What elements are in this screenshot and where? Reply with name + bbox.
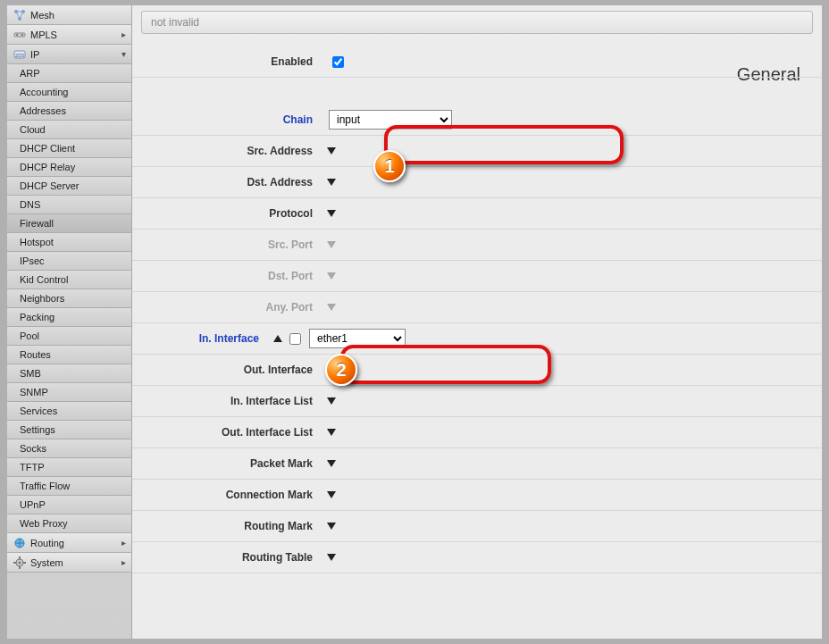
- label-enabled: Enabled: [132, 55, 325, 68]
- sidebar-item-mesh[interactable]: Mesh: [7, 5, 131, 25]
- collapse-toggle-icon[interactable]: [273, 335, 282, 342]
- expand-toggle-icon[interactable]: [327, 491, 336, 498]
- firewall-rule-form: Enabled Chain input Src. Address Dst. Ad…: [132, 46, 822, 639]
- sidebar-item-dhcp-server[interactable]: DHCP Server: [7, 177, 131, 196]
- expand-toggle-icon[interactable]: [327, 397, 336, 405]
- svg-text:255: 255: [15, 53, 25, 58]
- row-dst-address: Dst. Address: [132, 167, 822, 198]
- row-out-interface-list: Out. Interface List: [132, 417, 822, 448]
- submenu-label: Kid Control: [20, 274, 68, 285]
- expand-toggle-icon: [327, 241, 336, 248]
- expand-toggle-icon: [327, 272, 336, 280]
- sidebar-item-arp[interactable]: ARP: [7, 64, 131, 83]
- spacer-row: [132, 78, 822, 105]
- sidebar: Mesh MPLS ▸ 255 IP ▾ ARP Accounting Addr…: [7, 5, 132, 639]
- row-in-interface: In. Interface ether1: [132, 323, 822, 355]
- sidebar-label-ip: IP: [30, 49, 39, 60]
- submenu-label: Pool: [20, 330, 39, 341]
- submenu-label: SNMP: [20, 387, 48, 397]
- row-protocol: Protocol: [132, 198, 822, 230]
- submenu-label: Routes: [20, 349, 51, 360]
- submenu-label: Settings: [20, 424, 55, 435]
- row-in-interface-list: In. Interface List: [132, 386, 822, 417]
- submenu-label: DHCP Client: [20, 143, 75, 154]
- sidebar-item-settings[interactable]: Settings: [7, 421, 131, 439]
- label-src-address: Src. Address: [132, 145, 325, 157]
- sidebar-item-kid-control[interactable]: Kid Control: [7, 271, 131, 289]
- sidebar-item-socks[interactable]: Socks: [7, 439, 131, 458]
- expand-toggle-icon[interactable]: [327, 147, 336, 155]
- label-out-interface-list: Out. Interface List: [132, 426, 325, 439]
- row-out-interface: Out. Interface: [132, 355, 822, 386]
- sidebar-item-upnp[interactable]: UPnP: [7, 496, 131, 514]
- submenu-label: Services: [20, 406, 57, 416]
- expand-toggle-icon[interactable]: [327, 554, 336, 561]
- label-packet-mark: Packet Mark: [132, 457, 325, 470]
- sidebar-item-pool[interactable]: Pool: [7, 327, 131, 346]
- submenu-label: IPsec: [20, 255, 45, 266]
- sidebar-item-hotspot[interactable]: Hotspot: [7, 233, 131, 252]
- sidebar-item-services[interactable]: Services: [7, 402, 131, 421]
- sidebar-item-dhcp-client[interactable]: DHCP Client: [7, 139, 131, 158]
- sidebar-item-ip[interactable]: 255 IP ▾: [7, 45, 131, 64]
- label-routing-mark: Routing Mark: [132, 520, 325, 532]
- sidebar-item-dns[interactable]: DNS: [7, 196, 131, 214]
- sidebar-item-smb[interactable]: SMB: [7, 364, 131, 383]
- submenu-label: Accounting: [20, 87, 68, 97]
- row-dst-port: Dst. Port: [132, 261, 822, 292]
- svg-point-4: [16, 34, 18, 36]
- mpls-icon: [13, 28, 27, 42]
- checkbox-in-interface-negate[interactable]: [289, 333, 301, 345]
- select-in-interface[interactable]: ether1: [309, 329, 406, 348]
- sidebar-item-dhcp-relay[interactable]: DHCP Relay: [7, 158, 131, 177]
- sidebar-label-routing: Routing: [30, 538, 64, 548]
- sidebar-item-traffic-flow[interactable]: Traffic Flow: [7, 477, 131, 496]
- submenu-label: UPnP: [20, 499, 46, 510]
- ip-icon: 255: [13, 47, 27, 62]
- label-protocol: Protocol: [132, 207, 325, 220]
- expand-toggle-icon[interactable]: [327, 460, 336, 467]
- sidebar-item-packing[interactable]: Packing: [7, 308, 131, 327]
- sidebar-item-addresses[interactable]: Addresses: [7, 102, 131, 121]
- sidebar-item-snmp[interactable]: SNMP: [7, 383, 131, 402]
- row-connection-mark: Connection Mark: [132, 480, 822, 511]
- sidebar-item-accounting[interactable]: Accounting: [7, 83, 131, 102]
- submenu-label: Traffic Flow: [20, 481, 70, 491]
- label-in-interface: In. Interface: [132, 332, 272, 345]
- sidebar-item-firewall[interactable]: Firewall: [7, 214, 131, 233]
- checkbox-enabled[interactable]: [332, 56, 344, 68]
- label-in-interface-list: In. Interface List: [132, 395, 325, 407]
- label-dst-port: Dst. Port: [132, 270, 325, 282]
- chevron-down-icon: ▾: [121, 49, 126, 59]
- expand-toggle-icon[interactable]: [327, 210, 336, 217]
- expand-toggle-icon: [327, 304, 336, 311]
- sidebar-item-web-proxy[interactable]: Web Proxy: [7, 514, 131, 533]
- expand-toggle-icon[interactable]: [327, 366, 336, 373]
- sidebar-item-ipsec[interactable]: IPsec: [7, 252, 131, 271]
- chevron-right-icon: ▸: [121, 538, 126, 548]
- label-out-interface: Out. Interface: [132, 364, 325, 376]
- sidebar-item-system[interactable]: System ▸: [7, 553, 131, 573]
- select-chain[interactable]: input: [329, 110, 452, 130]
- label-chain: Chain: [132, 113, 325, 126]
- sidebar-item-routes[interactable]: Routes: [7, 346, 131, 364]
- expand-toggle-icon[interactable]: [327, 179, 336, 186]
- expand-toggle-icon[interactable]: [327, 523, 336, 530]
- submenu-label: DNS: [20, 199, 40, 210]
- sidebar-item-cloud[interactable]: Cloud: [7, 121, 131, 139]
- breadcrumb-bar: not invalid: [141, 11, 813, 34]
- submenu-label: ARP: [20, 68, 40, 79]
- label-src-port: Src. Port: [132, 238, 325, 251]
- row-enabled: Enabled: [132, 46, 822, 78]
- chevron-right-icon: ▸: [121, 29, 126, 39]
- label-dst-address: Dst. Address: [132, 176, 325, 188]
- sidebar-item-mpls[interactable]: MPLS ▸: [7, 25, 131, 45]
- row-src-address: Src. Address: [132, 136, 822, 167]
- breadcrumb-text: not invalid: [151, 16, 199, 29]
- submenu-label: Socks: [20, 443, 46, 454]
- sidebar-item-neighbors[interactable]: Neighbors: [7, 289, 131, 308]
- sidebar-item-tftp[interactable]: TFTP: [7, 458, 131, 477]
- main-panel: not invalid General Enabled Chain input …: [132, 5, 822, 639]
- sidebar-item-routing[interactable]: Routing ▸: [7, 533, 131, 553]
- expand-toggle-icon[interactable]: [327, 429, 336, 436]
